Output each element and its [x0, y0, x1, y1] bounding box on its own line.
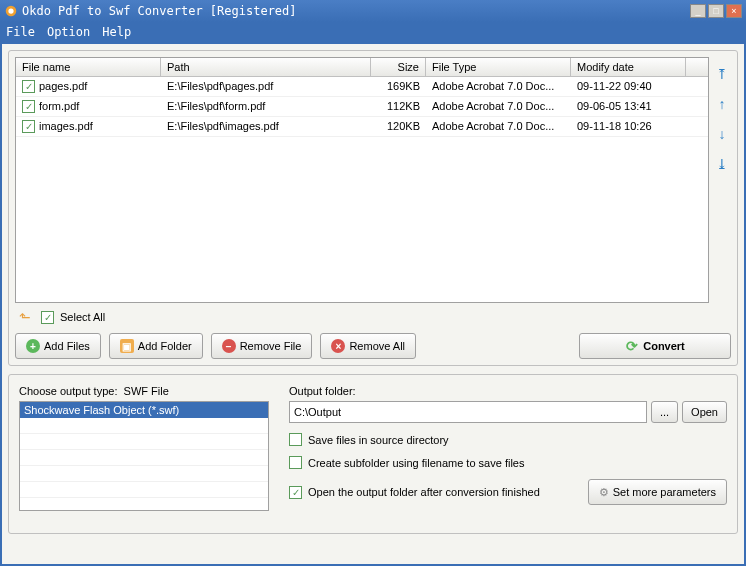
maximize-button[interactable]: □ — [708, 4, 724, 18]
folder-icon: ▣ — [120, 339, 134, 353]
col-date[interactable]: Modify date — [571, 58, 686, 76]
select-all-label: Select All — [60, 311, 105, 323]
output-type-list[interactable]: Shockwave Flash Object (*.swf) — [19, 401, 269, 511]
row-checkbox[interactable]: ✓ — [22, 80, 35, 93]
plus-icon: + — [26, 339, 40, 353]
add-folder-button[interactable]: ▣Add Folder — [109, 333, 203, 359]
row-checkbox[interactable]: ✓ — [22, 100, 35, 113]
remove-file-button[interactable]: −Remove File — [211, 333, 313, 359]
svg-point-1 — [8, 8, 13, 13]
table-header: File name Path Size File Type Modify dat… — [16, 58, 708, 77]
gear-icon: ⚙ — [599, 486, 609, 499]
create-subfolder-checkbox[interactable] — [289, 456, 302, 469]
add-files-button[interactable]: +Add Files — [15, 333, 101, 359]
row-checkbox[interactable]: ✓ — [22, 120, 35, 133]
convert-icon: ⟳ — [625, 339, 639, 353]
table-row[interactable]: ✓form.pdfE:\Files\pdf\form.pdf112KBAdobe… — [16, 97, 708, 117]
output-folder-label: Output folder: — [289, 385, 727, 397]
minus-icon: − — [222, 339, 236, 353]
select-all-checkbox[interactable]: ✓ — [41, 311, 54, 324]
window-title: Okdo Pdf to Swf Converter [Registered] — [22, 4, 690, 18]
type-item-swf[interactable]: Shockwave Flash Object (*.swf) — [20, 402, 268, 418]
table-row[interactable]: ✓images.pdfE:\Files\pdf\images.pdf120KBA… — [16, 117, 708, 137]
menu-option[interactable]: Option — [47, 25, 90, 39]
convert-button[interactable]: ⟳Convert — [579, 333, 731, 359]
content-area: File name Path Size File Type Modify dat… — [2, 44, 744, 564]
save-in-source-checkbox[interactable] — [289, 433, 302, 446]
output-type-label: Choose output type: — [19, 385, 117, 397]
up-folder-icon[interactable]: ⬑ — [19, 309, 31, 325]
table-row[interactable]: ✓pages.pdfE:\Files\pdf\pages.pdf169KBAdo… — [16, 77, 708, 97]
bottom-panel: Choose output type: SWF File Shockwave F… — [8, 374, 738, 534]
open-after-checkbox[interactable]: ✓ — [289, 486, 302, 499]
col-name[interactable]: File name — [16, 58, 161, 76]
set-more-parameters-button[interactable]: ⚙Set more parameters — [588, 479, 727, 505]
move-up-button[interactable]: ↑ — [713, 95, 731, 113]
col-size[interactable]: Size — [371, 58, 426, 76]
create-subfolder-label: Create subfolder using filename to save … — [308, 457, 524, 469]
titlebar: Okdo Pdf to Swf Converter [Registered] _… — [0, 0, 746, 22]
move-bottom-button[interactable]: ⤓ — [713, 155, 731, 173]
main-panel: File name Path Size File Type Modify dat… — [8, 50, 738, 366]
move-top-button[interactable]: ⤒ — [713, 65, 731, 83]
remove-all-button[interactable]: ×Remove All — [320, 333, 416, 359]
x-icon: × — [331, 339, 345, 353]
menu-file[interactable]: File — [6, 25, 35, 39]
move-down-button[interactable]: ↓ — [713, 125, 731, 143]
open-folder-button[interactable]: Open — [682, 401, 727, 423]
close-button[interactable]: × — [726, 4, 742, 18]
menubar: File Option Help — [0, 22, 746, 42]
open-after-label: Open the output folder after conversion … — [308, 486, 540, 498]
browse-button[interactable]: ... — [651, 401, 678, 423]
menu-help[interactable]: Help — [102, 25, 131, 39]
file-table[interactable]: File name Path Size File Type Modify dat… — [15, 57, 709, 303]
app-icon — [4, 4, 18, 18]
col-type[interactable]: File Type — [426, 58, 571, 76]
minimize-button[interactable]: _ — [690, 4, 706, 18]
save-in-source-label: Save files in source directory — [308, 434, 449, 446]
output-type-current: SWF File — [124, 385, 169, 397]
col-path[interactable]: Path — [161, 58, 371, 76]
output-folder-input[interactable] — [289, 401, 647, 423]
